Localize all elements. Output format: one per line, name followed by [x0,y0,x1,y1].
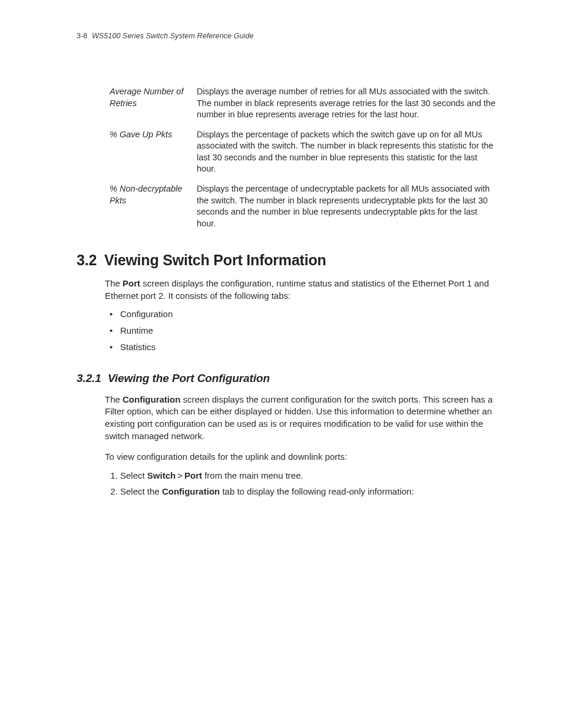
list-item: Runtime [120,324,497,338]
heading-title: Viewing Switch Port Information [104,252,326,268]
text: The [105,394,123,404]
page: 3-8 WS5100 Series Switch System Referenc… [0,0,562,728]
list-item: Configuration [120,307,497,321]
text: Select [120,470,147,480]
definition-desc: Displays the percentage of packets which… [197,129,497,175]
text: The [105,278,123,288]
page-number: 3-8 [77,32,87,40]
text: from the main menu tree. [202,470,303,480]
breadcrumb-separator: > [177,470,183,480]
definition-term: Average Number of Retries [110,86,197,109]
heading-number: 3.2.1 [77,372,101,384]
definition-row: % Non-decryptable Pkts Displays the perc… [110,183,497,229]
keyword-configuration: Configuration [162,486,220,496]
heading-3-2-1: 3.2.1 Viewing the Port Configuration [77,372,497,385]
definition-list: Average Number of Retries Displays the a… [110,86,497,229]
step-item: Select the Configuration tab to display … [120,485,497,499]
definition-row: Average Number of Retries Displays the a… [110,86,497,121]
running-header: 3-8 WS5100 Series Switch System Referenc… [77,32,497,40]
step-list: Select Switch>Port from the main menu tr… [105,469,497,498]
keyword-port: Port [184,470,202,480]
definition-desc: Displays the percentage of undecryptable… [197,183,497,229]
definition-desc: Displays the average number of retries f… [197,86,497,121]
definition-term: % Gave Up Pkts [110,129,197,141]
keyword-port: Port [123,278,140,288]
text: Select the [120,486,162,496]
paragraph: To view configuration details for the up… [105,451,497,463]
book-title: WS5100 Series Switch System Reference Gu… [92,32,254,40]
heading-number: 3.2 [77,252,97,268]
tab-list: Configuration Runtime Statistics [105,307,497,354]
text: tab to display the following read-only i… [220,486,414,496]
text: screen displays the configuration, runti… [105,278,489,301]
heading-3-2: 3.2 Viewing Switch Port Information [77,252,497,269]
paragraph: The Configuration screen displays the cu… [105,394,497,443]
definition-term: % Non-decryptable Pkts [110,183,197,206]
keyword-switch: Switch [147,470,176,480]
list-item: Statistics [120,340,497,354]
section-intro: The Port screen displays the configurati… [105,278,497,302]
heading-title: Viewing the Port Configuration [108,372,270,384]
step-item: Select Switch>Port from the main menu tr… [120,469,497,483]
keyword-configuration: Configuration [123,394,180,404]
definition-row: % Gave Up Pkts Displays the percentage o… [110,129,497,175]
